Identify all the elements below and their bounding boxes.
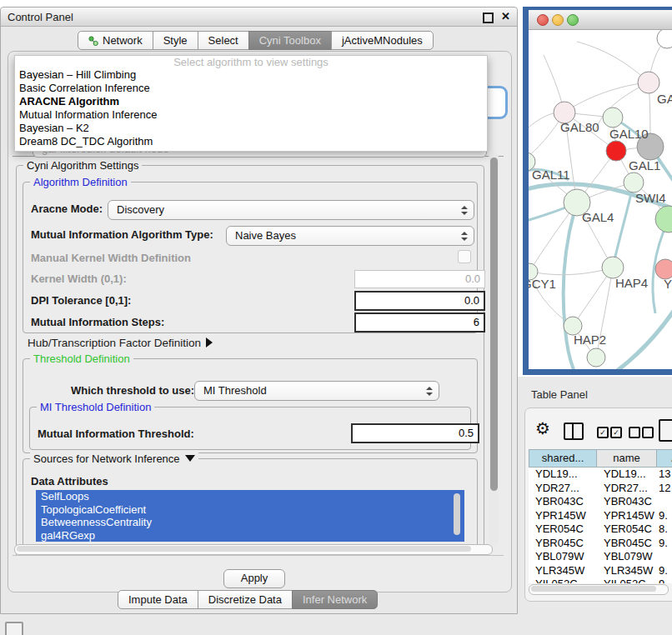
- new-column-icon[interactable]: [659, 419, 672, 442]
- tab-infer-network[interactable]: Infer Network: [292, 590, 378, 609]
- table-cell: YBL079W: [529, 550, 597, 564]
- cyni-settings-pane: Cyni Algorithm Settings Algorithm Defini…: [13, 156, 504, 556]
- table-row[interactable]: YDL19...YDL19...13: [529, 468, 672, 482]
- network-node[interactable]: [638, 72, 659, 93]
- unchecked-box-icon[interactable]: [629, 427, 640, 438]
- table-cell: 9.: [657, 537, 672, 551]
- network-node[interactable]: [603, 108, 623, 128]
- node-label: GAL11: [532, 168, 570, 182]
- float-window-icon[interactable]: [483, 12, 494, 23]
- algorithm-option[interactable]: Bayesian – K2: [15, 122, 487, 135]
- mi-threshold-label: Mutual Information Threshold:: [38, 428, 194, 440]
- attribute-item[interactable]: gal4RGexp: [36, 529, 464, 542]
- mac-close-icon[interactable]: [537, 14, 549, 26]
- table-row[interactable]: YIL052CYIL052C9: [529, 578, 672, 583]
- network-node[interactable]: [587, 348, 605, 367]
- tab-network[interactable]: Network: [78, 31, 153, 50]
- gear-icon[interactable]: ⚙: [535, 420, 550, 437]
- table-cell: YIL052C: [597, 578, 657, 583]
- table-cell: YPR145W: [529, 509, 597, 523]
- node-label: HAP2: [574, 332, 606, 347]
- mac-minimize-icon[interactable]: [552, 14, 564, 26]
- table-row[interactable]: YER054CYER054C8.: [529, 522, 672, 537]
- table-row[interactable]: YPR145WYPR145W9.: [529, 509, 672, 523]
- restore-panel-icon[interactable]: [5, 622, 23, 635]
- dpi-tolerance-field[interactable]: 0.0: [354, 291, 485, 311]
- threshold-definition-legend: Threshold Definition: [30, 352, 133, 365]
- network-window-titlebar[interactable]: [529, 10, 672, 30]
- network-canvas[interactable]: GALGAL80GAL10GAL1GAL11SWI4GAL4GCY1HAP4YH…: [529, 30, 672, 369]
- network-node[interactable]: [624, 172, 644, 192]
- table-panel-title: Table Panel: [531, 388, 588, 401]
- collapsed-arrow-icon: [206, 338, 213, 348]
- tab-impute-data[interactable]: Impute Data: [118, 590, 198, 609]
- network-node[interactable]: [657, 30, 672, 48]
- apply-button[interactable]: Apply: [223, 569, 285, 588]
- table-cell: YBR045C: [597, 537, 657, 551]
- table-cell: [657, 550, 672, 564]
- control-panel-titlebar: Control Panel ✕: [1, 8, 517, 27]
- kernel-width-field[interactable]: 0.0: [354, 270, 485, 288]
- mac-zoom-icon[interactable]: [567, 14, 579, 26]
- mi-steps-field[interactable]: 6: [354, 312, 485, 332]
- sources-legend[interactable]: Sources for Network Inference: [30, 452, 198, 465]
- algorithm-option[interactable]: ARACNE Algorithm: [15, 95, 487, 108]
- algorithm-option[interactable]: Mutual Information Inference: [15, 108, 487, 122]
- tab-discretize-data[interactable]: Discretize Data: [198, 590, 293, 609]
- table-row[interactable]: YBR045CYBR045C9.: [529, 537, 672, 551]
- node-label: GAL: [657, 92, 672, 106]
- table-row[interactable]: YBL079WYBL079W: [529, 550, 672, 564]
- algorithm-option[interactable]: Bayesian – Hill Climbing: [15, 68, 487, 82]
- mi-threshold-field[interactable]: 0.5: [351, 423, 479, 443]
- checked-box-icon[interactable]: ✓: [597, 427, 609, 438]
- dpi-tolerance-label: DPI Tolerance [0,1]:: [31, 294, 131, 307]
- tab-label: jActiveMNodules: [342, 32, 423, 49]
- tab-cyni-toolbox[interactable]: Cyni Toolbox: [248, 31, 332, 50]
- attribute-item[interactable]: TopologicalCoefficient: [36, 503, 464, 517]
- settings-vscrollbar-thumb[interactable]: [490, 158, 498, 491]
- close-icon[interactable]: ✕: [501, 10, 510, 22]
- settings-hscrollbar[interactable]: [14, 544, 493, 555]
- mi-type-combo[interactable]: Naive Bayes: [226, 226, 474, 246]
- algorithm-option[interactable]: Basic Correlation Inference: [15, 82, 487, 95]
- algorithm-dropdown: Select algorithm to view settings Bayesi…: [14, 55, 488, 152]
- data-attributes-label: Data Attributes: [31, 475, 108, 488]
- hub-section-toggle[interactable]: Hub/Transcription Factor Definition: [28, 337, 213, 349]
- sources-legend-text: Sources for Network Inference: [33, 452, 180, 465]
- aracne-mode-combo[interactable]: Discovery: [108, 200, 474, 220]
- attribute-item[interactable]: SelfLoops: [36, 490, 464, 503]
- which-threshold-label: Which threshold to use:: [71, 384, 194, 397]
- network-edge: [613, 182, 634, 268]
- network-edge: [529, 268, 613, 275]
- table-cell: YDL19...: [597, 468, 657, 482]
- algorithm-option[interactable]: Dream8 DC_TDC Algorithm: [15, 135, 487, 148]
- table-hscrollbar-thumb[interactable]: [531, 586, 656, 592]
- table-row[interactable]: YLR345WYLR345W9.: [529, 564, 672, 578]
- column-header[interactable]: shared...: [529, 449, 597, 468]
- column-header[interactable]: name: [597, 449, 657, 468]
- column-header[interactable]: A: [657, 449, 672, 468]
- checked-box-icon[interactable]: ✓: [610, 427, 622, 438]
- attribute-item[interactable]: BetweennessCentrality: [36, 516, 464, 529]
- tab-style[interactable]: Style: [153, 31, 198, 50]
- node-label: GAL1: [629, 158, 660, 172]
- cyni-algorithm-settings-legend: Cyni Algorithm Settings: [23, 159, 142, 172]
- network-node[interactable]: [606, 141, 626, 161]
- tab-select[interactable]: Select: [198, 31, 249, 50]
- table-row[interactable]: YDR27...YDR27...12: [529, 482, 672, 496]
- settings-hscrollbar-thumb[interactable]: [17, 546, 471, 552]
- unchecked-box-icon[interactable]: [642, 427, 654, 438]
- tab-label: Select: [208, 32, 238, 49]
- table-cell: YLR345W: [529, 564, 597, 578]
- columns-icon[interactable]: [564, 422, 584, 440]
- table-header: shared...nameA: [529, 449, 672, 468]
- tab-label: Network: [103, 32, 143, 49]
- table-cell: 8.: [657, 522, 672, 537]
- network-node[interactable]: [655, 206, 672, 232]
- table-hscrollbar[interactable]: [529, 584, 669, 595]
- which-threshold-combo[interactable]: MI Threshold: [194, 381, 439, 401]
- tab-jactivemnodules[interactable]: jActiveMNodules: [331, 31, 434, 50]
- attributes-scrollbar-thumb[interactable]: [454, 493, 460, 535]
- table-row[interactable]: YBR043CYBR043C: [529, 495, 672, 509]
- manual-kernel-checkbox[interactable]: [458, 250, 471, 263]
